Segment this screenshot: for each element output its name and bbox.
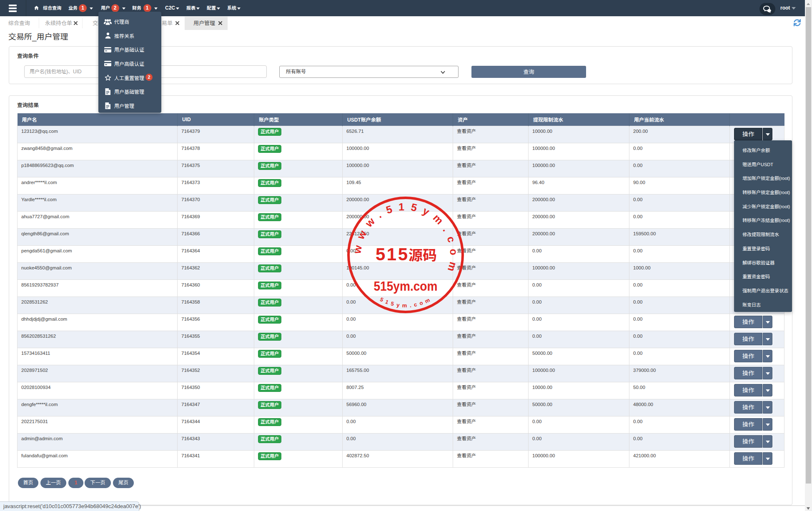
svg-text:515ym.com: 515ym.com (379, 295, 434, 309)
svg-text:515: 515 (376, 244, 409, 264)
svg-text:源码: 源码 (409, 247, 437, 263)
svg-text:515ym.com: 515ym.com (374, 279, 438, 294)
